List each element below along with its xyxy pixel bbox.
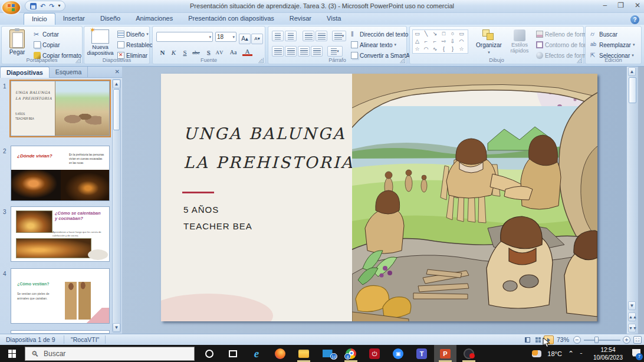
main-scroll-up-icon[interactable]: ▲ — [628, 67, 636, 76]
font-color-button[interactable]: A — [242, 48, 252, 56]
tray-temperature: 18°C — [547, 350, 562, 357]
font-name-combo[interactable]: ▾ — [156, 32, 213, 42]
align-center-button[interactable] — [285, 46, 297, 57]
tab-revisar[interactable]: Revisar — [282, 13, 319, 24]
change-case-button[interactable]: Aa — [228, 48, 238, 58]
notification-center-button[interactable]: 7 — [629, 349, 640, 358]
zoom-slider-thumb[interactable] — [594, 337, 599, 343]
slide-thumbnail-1[interactable]: UNGA BALUNGALA PREHISTORIA 5 AÑOSTEACHER… — [11, 81, 110, 136]
internet-explorer-button[interactable]: e — [245, 345, 268, 362]
task-view-button[interactable] — [222, 345, 244, 362]
panel-scroll-thumb[interactable] — [113, 89, 120, 130]
zoom-app-icon: ▣ — [393, 348, 403, 359]
tab-presentacion[interactable]: Presentación con diapositivas — [180, 13, 282, 24]
bullets-button[interactable] — [272, 31, 284, 41]
paste-button[interactable]: Pegar — [3, 28, 31, 58]
copy-button[interactable]: Copiar — [34, 40, 60, 50]
taskbar-search[interactable]: 🔍︎ Buscar — [25, 347, 195, 361]
bold-button[interactable]: N — [157, 48, 167, 58]
dibujo-dialog-launcher[interactable]: ◿ — [577, 58, 582, 63]
align-text-button[interactable]: Alinear texto▾ — [351, 40, 396, 50]
slide-thumbnail-3[interactable]: ¿Cómo se calentaban y cocinaban? Aprendi… — [11, 206, 110, 262]
numbering-button[interactable] — [285, 31, 297, 41]
arrange-button[interactable]: Organizar▾ — [474, 28, 504, 58]
wifi-icon[interactable]: ᭸ — [580, 349, 587, 358]
slide-thumbnail-2[interactable]: ¿Dónde vivían? En la prehistoria las per… — [11, 146, 110, 201]
tab-vista[interactable]: Vista — [319, 13, 349, 24]
teams-button[interactable]: T — [410, 345, 433, 362]
font-size-combo[interactable]: 18▾ — [215, 32, 236, 42]
main-scrollbar[interactable]: ▲ ▼ ▲▲ ▼▼ — [626, 67, 638, 334]
strikethrough-button[interactable]: abe — [191, 48, 201, 58]
zoom-out-button[interactable]: − — [573, 336, 581, 344]
search-placeholder: Buscar — [44, 350, 65, 358]
parrafo-dialog-launcher[interactable]: ◿ — [400, 58, 405, 63]
line-spacing-button[interactable]: ▾ — [332, 31, 346, 41]
chrome-button[interactable]: 8 — [340, 345, 362, 362]
character-spacing-button[interactable]: AV — [215, 48, 225, 58]
tab-esquema-panel[interactable]: Esquema — [50, 67, 88, 78]
slide-subtitle-teacher[interactable]: TEACHER BEA — [183, 221, 252, 231]
help-icon[interactable]: ? — [630, 15, 639, 24]
zoom-in-button[interactable]: + — [623, 336, 630, 344]
power-app-button[interactable]: ⏻ — [363, 345, 386, 362]
normal-view-button[interactable] — [523, 335, 533, 344]
italic-button[interactable]: K — [169, 48, 179, 58]
portapapeles-dialog-launcher[interactable]: ◿ — [75, 58, 81, 63]
previous-slide-button[interactable]: ▲▲ — [628, 312, 636, 321]
text-direction-button[interactable]: ⫼ Dirección del texto▾ — [351, 29, 412, 39]
powerpoint-taskbar-button[interactable]: P — [434, 345, 456, 362]
tab-inicio[interactable]: Inicio — [24, 13, 55, 25]
cortana-button[interactable] — [198, 345, 221, 362]
decrease-indent-button[interactable] — [303, 31, 314, 41]
tab-diapositivas-panel[interactable]: Diapositivas — [0, 67, 50, 78]
panel-scroll-down-icon[interactable]: ▼ — [113, 323, 120, 332]
replace-button[interactable]: ab Reemplazar▾ — [590, 40, 635, 50]
layout-button[interactable]: Diseño▾ — [117, 29, 149, 39]
tray-clock[interactable]: 12:54 10/06/2023 — [593, 346, 623, 361]
align-right-button[interactable] — [298, 46, 310, 57]
text-shadow-button[interactable]: S — [203, 48, 213, 58]
new-slide-button[interactable]: Nueva diapositiva — [85, 28, 116, 58]
close-button[interactable]: ✕ — [635, 1, 640, 9]
slide-canvas[interactable]: UNGA BALUNGALA PREHISTORIA 5 AÑOS TEACHE… — [161, 74, 597, 321]
zoom-app-button[interactable]: ▣ — [387, 345, 409, 362]
find-button[interactable]: ⌭ Buscar — [590, 29, 617, 39]
weather-icon[interactable] — [532, 350, 541, 357]
justify-button[interactable] — [311, 46, 323, 57]
panel-close-icon[interactable]: ✕ — [115, 68, 120, 75]
fit-to-window-button[interactable]: ⛶ — [633, 336, 642, 344]
increase-indent-button[interactable] — [316, 31, 327, 41]
slide-thumbnail-4[interactable]: ¿Cómo vestían? Se vestían con pieles de … — [11, 268, 110, 324]
underline-button[interactable]: S — [180, 48, 190, 58]
restore-button[interactable]: ❐ — [617, 1, 624, 9]
main-scroll-down-icon[interactable]: ▼ — [628, 301, 636, 310]
panel-scroll-up-icon[interactable]: ▲ — [113, 80, 120, 88]
thumb1-illustration — [55, 81, 109, 136]
zoom-slider-track[interactable] — [584, 340, 620, 341]
tab-diseno[interactable]: Diseño — [93, 13, 128, 24]
columns-button[interactable]: ▾ — [327, 46, 343, 57]
align-left-button[interactable] — [272, 46, 284, 57]
fuente-dialog-launcher[interactable]: ◿ — [258, 58, 264, 63]
tab-animaciones[interactable]: Animaciones — [128, 13, 180, 24]
grow-font-button[interactable]: A▴ — [239, 34, 251, 44]
shrink-font-button[interactable]: A▾ — [251, 34, 263, 44]
cut-button[interactable]: ✂ Cortar — [34, 29, 59, 39]
start-button[interactable] — [0, 345, 25, 362]
panel-scrollbar[interactable]: ▲ ▼ — [112, 79, 121, 333]
office-button[interactable] — [1, 0, 21, 15]
quick-styles-button[interactable]: Estilos rápidos — [505, 28, 534, 58]
shapes-gallery[interactable]: ▭╲ ↘□ ○▭ △⌐ ⌐⇨ ⇩◠ ☆◠ ∿{ }☆ — [412, 29, 468, 54]
slide-subtitle-age[interactable]: 5 AÑOS — [183, 205, 219, 215]
hidden-icons-chevron[interactable]: ⌃ — [568, 350, 574, 358]
next-slide-button[interactable]: ▼▼ — [628, 324, 636, 333]
slide-title-text[interactable]: UNGA BALUNGALA PREHISTORIA — [183, 120, 354, 177]
main-scroll-thumb[interactable] — [629, 77, 636, 103]
mail-button[interactable]: 10 — [316, 345, 339, 362]
firefox-button[interactable] — [269, 345, 291, 362]
recorder-button[interactable] — [458, 345, 480, 362]
minimize-button[interactable]: – — [603, 1, 607, 9]
file-explorer-button[interactable] — [293, 345, 315, 362]
tab-insertar[interactable]: Insertar — [55, 13, 93, 24]
